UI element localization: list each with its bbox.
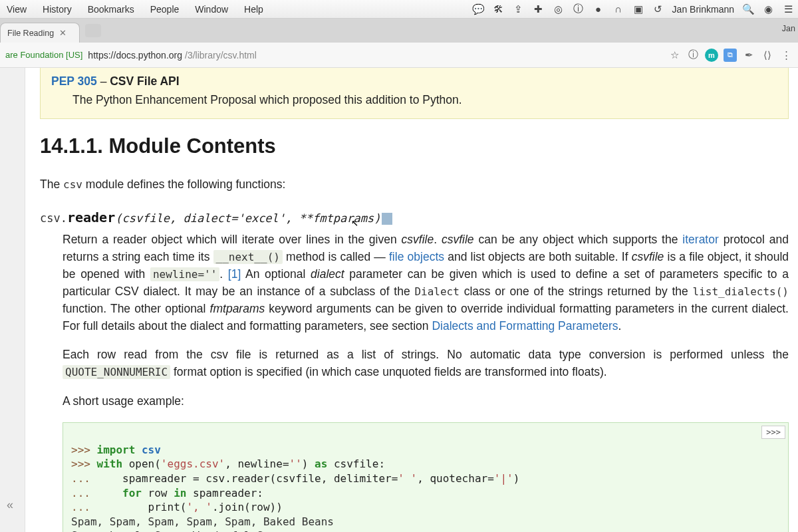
desc-paragraph-1: Return a reader object which will iterat… (63, 231, 789, 334)
info-icon[interactable]: ⓘ (573, 3, 585, 15)
pep-link[interactable]: PEP 305 (51, 74, 97, 88)
quote-nonnumeric-code: QUOTE_NONNUMERIC (63, 365, 170, 379)
doc-content: PEP 305 – CSV File API The Python Enhanc… (40, 68, 789, 532)
next-method-code: __next__() (213, 250, 283, 264)
spotlight-icon[interactable]: 🔍 (742, 3, 754, 15)
siri-icon[interactable]: ◉ (762, 3, 774, 15)
intro-paragraph: The csv module defines the following fun… (40, 176, 789, 194)
section-heading: 14.1.1. Module Contents (40, 131, 789, 162)
extension-info-icon[interactable]: ⓘ (686, 49, 700, 62)
chat-icon[interactable]: 💬 (473, 3, 485, 15)
browser-tabstrip: File Reading ✕ Jan (0, 19, 798, 43)
menubar-right: 💬 🛠 ⇪ ✚ ◎ ⓘ ● ∩ ▣ ↺ Jan Brinkmann 🔍 ◉ ☰ (473, 3, 794, 15)
chrome-menu-icon[interactable]: ⋮ (779, 49, 793, 62)
extension-evernote-icon[interactable]: ✒ (742, 49, 755, 62)
intro-post: module defines the following functions: (82, 178, 285, 191)
page-viewport: « PEP 305 – CSV File API The Python Enha… (0, 68, 798, 532)
pep-sep: – (97, 74, 110, 88)
sig-funcname: reader (67, 209, 115, 225)
headphones-icon[interactable]: ∩ (612, 3, 624, 15)
menu-people[interactable]: People (148, 3, 182, 16)
collapse-chevron-icon[interactable]: « (7, 498, 13, 512)
function-signature: csv.reader(csvfile, dialect='excel', **f… (40, 208, 789, 228)
seealso-box: PEP 305 – CSV File API The Python Enhanc… (40, 68, 789, 119)
menu-help[interactable]: Help (241, 3, 266, 16)
menu-view[interactable]: View (4, 3, 29, 16)
dialect-class-link[interactable]: Dialect (414, 285, 459, 298)
menubar-left: View History Bookmarks People Window Hel… (4, 3, 266, 16)
extension-m-icon[interactable]: m (705, 49, 718, 62)
macos-menubar: View History Bookmarks People Window Hel… (0, 0, 798, 19)
menu-window[interactable]: Window (192, 3, 231, 16)
newline-code: newline='' (150, 267, 219, 281)
video-icon[interactable]: ▣ (632, 3, 644, 15)
cc-icon[interactable]: ◎ (553, 3, 565, 15)
window-title-trunc: Jan (782, 24, 795, 33)
extension-devtools-icon[interactable]: ⟨⟩ (761, 49, 774, 62)
left-scroll-gutter: « (0, 68, 25, 532)
list-dialects-link[interactable]: list_dialects() (693, 285, 789, 298)
desc-paragraph-2: Each row read from the csv file is retur… (63, 346, 789, 381)
sig-module: csv. (40, 211, 67, 225)
browser-addressbar: are Foundation [US] https://docs.python.… (0, 43, 798, 68)
new-tab-button[interactable] (85, 24, 101, 37)
csv-module-link[interactable]: csv (63, 178, 82, 191)
iterator-link[interactable]: iterator (682, 233, 718, 246)
menu-history[interactable]: History (40, 3, 74, 16)
url-host: https://docs.python.org (88, 50, 182, 61)
desc-paragraph-3: A short usage example: (63, 393, 789, 410)
function-description: Return a reader object which will iterat… (40, 231, 789, 410)
menubar-username[interactable]: Jan Brinkmann (672, 4, 734, 15)
footnote-link[interactable]: [1] (228, 267, 241, 281)
timemachine-icon[interactable]: ↺ (652, 3, 664, 15)
file-objects-link[interactable]: file objects (389, 250, 444, 263)
pep-title: CSV File API (110, 74, 179, 88)
dropbox-icon[interactable]: ⇪ (513, 3, 525, 15)
intro-pre: The (40, 178, 63, 191)
tab-title: File Reading (7, 29, 54, 38)
dot-icon[interactable]: ● (593, 3, 604, 15)
notification-center-icon[interactable]: ☰ (782, 3, 794, 15)
prompt-toggle-button[interactable]: >>> (761, 426, 785, 439)
bookmark-star-icon[interactable]: ☆ (668, 49, 681, 62)
tab-close-icon[interactable]: ✕ (59, 28, 66, 38)
browser-tab-active[interactable]: File Reading ✕ (0, 23, 80, 43)
extension-tab-icon[interactable]: ⧉ (724, 49, 737, 62)
plus-icon[interactable]: ✚ (533, 3, 545, 15)
code-example: >>>>>> import csv >>> with open('eggs.cs… (63, 422, 789, 532)
sig-params: (csvfile, dialect='excel', **fmtparams) (115, 211, 380, 225)
csv-module-code: csv (63, 178, 82, 191)
permalink-icon[interactable] (382, 213, 392, 225)
secure-origin-label[interactable]: are Foundation [US] (5, 50, 82, 60)
tools-icon[interactable]: 🛠 (493, 3, 505, 15)
url-input[interactable]: https://docs.python.org/3/library/csv.ht… (88, 50, 662, 61)
dialects-section-link[interactable]: Dialects and Formatting Parameters (432, 319, 618, 332)
menu-bookmarks[interactable]: Bookmarks (85, 3, 137, 16)
url-path: /3/library/csv.html (185, 50, 257, 61)
pep-description: The Python Enhancement Proposal which pr… (51, 92, 777, 109)
